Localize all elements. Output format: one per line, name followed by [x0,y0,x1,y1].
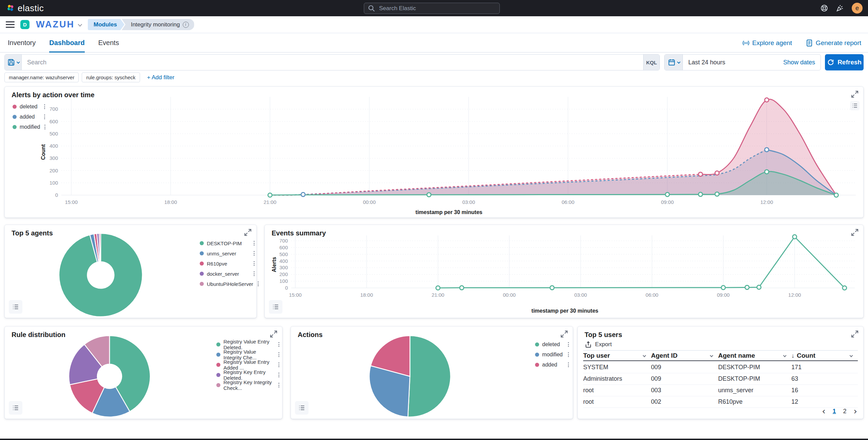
tab-dashboard[interactable]: Dashboard [49,33,84,53]
expand-icon[interactable] [560,330,568,338]
svg-text:700: 700 [279,238,288,244]
legend-item[interactable]: DESKTOP-PIM [200,238,256,248]
legend-item[interactable]: Registry Key Integrity Check... [216,380,281,390]
legend-item[interactable]: Registry Value Entry Deleted. [216,339,281,350]
next-page-icon[interactable]: › [854,407,857,416]
chevron-down-icon[interactable] [710,354,713,357]
legend-actions-icon[interactable] [277,371,281,379]
legend-actions-icon[interactable] [256,280,260,288]
export-button[interactable]: Export [585,341,612,348]
column-header-agent-name[interactable]: Agent name [718,351,791,360]
global-search-input[interactable] [378,5,496,12]
legend-dot [13,125,17,129]
legend-actions-icon[interactable] [277,341,281,348]
page-2-button[interactable]: 2 [843,408,847,415]
legend-actions-icon[interactable] [252,270,256,277]
column-header-count[interactable]: Count [791,351,858,360]
events-line-chart[interactable]: 15:0018:0021:0000:0003:0006:0009:0012:00… [272,231,858,315]
legend-toggle-icon[interactable] [295,401,309,415]
legend-item[interactable]: unms_server [200,248,256,258]
legend-item[interactable]: docker_server [200,269,256,279]
column-label: Agent ID [651,352,677,359]
svg-text:21:00: 21:00 [264,199,277,205]
kql-toggle[interactable]: KQL [643,55,659,70]
legend-item[interactable]: Registry Value Integrity Che... [216,350,281,360]
legend-item[interactable]: deleted [535,339,570,350]
menu-icon[interactable] [6,21,15,28]
user-avatar[interactable]: e [852,3,863,14]
legend-actions-icon[interactable] [252,239,256,247]
rules-donut-chart[interactable] [68,335,151,418]
info-icon[interactable] [183,22,189,28]
time-range-value[interactable]: Last 24 hours [683,55,783,70]
svg-text:15:00: 15:00 [289,292,302,298]
legend-actions-icon[interactable] [567,341,570,348]
alerts-time-chart[interactable]: 15:0018:0021:0000:0003:0006:0009:0012:00… [39,95,859,217]
show-dates-button[interactable]: Show dates [783,55,821,70]
legend-toggle-icon[interactable] [9,300,22,314]
legend-actions-icon[interactable] [567,361,570,369]
space-badge[interactable]: D [20,20,29,29]
legend-item[interactable]: R610pve [200,258,256,269]
svg-text:09:00: 09:00 [717,292,730,298]
legend-actions-icon[interactable] [277,381,281,389]
legend-actions-icon[interactable] [252,250,256,257]
chevron-down-icon[interactable] [643,354,646,357]
legend-label: added [542,362,557,368]
explore-agent-label: Explore agent [752,39,792,47]
wazuh-logo[interactable]: WAZUH [36,19,75,30]
breadcrumb-current: Integrity monitoring [122,19,194,30]
refresh-button[interactable]: Refresh [825,54,864,70]
prev-page-icon[interactable]: ‹ [822,407,825,416]
svg-text:200: 200 [279,271,288,277]
expand-icon[interactable] [244,228,252,236]
svg-text:600: 600 [279,245,288,250]
generate-report-button[interactable]: Generate report [806,39,861,47]
saved-query-button[interactable] [5,55,22,70]
global-search[interactable] [364,3,500,14]
legend-toggle-icon[interactable] [9,401,22,415]
expand-icon[interactable] [851,330,859,338]
legend-item[interactable]: UbuntuPiHoleServer [200,279,256,289]
search-icon [368,5,375,12]
filter-pill-manager[interactable]: manager.name: wazuhserver [4,72,79,82]
column-header-agent-id[interactable]: Agent ID [651,351,718,360]
table-row: root 003 unms_server 16 [583,385,858,396]
pagination: ‹ 1 2 › [822,407,857,416]
legend-toggle-icon[interactable] [269,300,282,314]
export-icon [585,341,592,348]
add-filter-button[interactable]: + Add filter [147,74,175,81]
chevron-down-icon[interactable] [78,22,81,28]
newsfeed-icon[interactable] [836,4,844,12]
page-1-button[interactable]: 1 [833,408,836,415]
agents-donut-chart[interactable] [58,233,143,317]
explore-agent-button[interactable]: Explore agent [742,39,792,47]
svg-text:0: 0 [55,192,58,198]
tab-events[interactable]: Events [98,33,119,53]
legend-actions-icon[interactable] [277,351,281,358]
breadcrumb-modules[interactable]: Modules [88,19,124,30]
panel-title: Actions [298,331,322,339]
legend-actions-icon[interactable] [277,361,281,369]
cell-agent-name: DESKTOP-PIM [718,373,791,384]
chevron-down-icon[interactable] [783,354,787,357]
query-input[interactable] [22,55,643,70]
chevron-down-icon[interactable] [850,354,853,357]
date-quick-select-button[interactable] [665,55,683,70]
cell-top-user: root [583,385,651,396]
legend-item[interactable]: Registry Value Entry Added ... [216,360,281,370]
legend-actions-icon[interactable] [567,351,570,358]
actions-pie-chart[interactable] [369,335,451,418]
sort-desc-icon [791,352,794,359]
column-header-top-user[interactable]: Top user [583,351,651,360]
legend-item[interactable]: added [535,360,570,370]
x-axis-title: timestamp per 30 minutes [39,209,859,215]
legend-item[interactable]: modified [535,350,570,360]
legend-item[interactable]: Registry Key Entry Deleted. [216,370,281,380]
help-icon[interactable] [821,4,828,12]
legend-actions-icon[interactable] [252,260,256,267]
expand-icon[interactable] [270,330,278,338]
tab-inventory[interactable]: Inventory [8,33,36,53]
legend-dot [535,342,539,347]
filter-pill-rule-groups[interactable]: rule.groups: syscheck [82,72,140,82]
